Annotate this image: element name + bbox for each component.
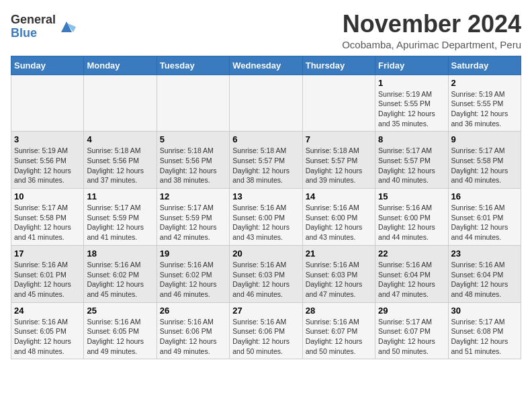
day-number: 24	[14, 306, 81, 316]
calendar-cell	[302, 75, 375, 132]
day-info: Sunrise: 5:19 AM Sunset: 5:55 PM Dayligh…	[378, 89, 445, 129]
day-number: 13	[232, 191, 299, 201]
calendar-cell: 4Sunrise: 5:18 AM Sunset: 5:56 PM Daylig…	[84, 132, 157, 189]
weekday-header-sunday: Sunday	[11, 56, 84, 75]
day-number: 22	[378, 248, 445, 259]
day-info: Sunrise: 5:16 AM Sunset: 6:06 PM Dayligh…	[160, 317, 226, 357]
weekday-header-thursday: Thursday	[302, 56, 375, 75]
calendar-cell: 17Sunrise: 5:16 AM Sunset: 6:01 PM Dayli…	[11, 245, 84, 302]
day-info: Sunrise: 5:19 AM Sunset: 5:56 PM Dayligh…	[14, 146, 81, 185]
day-number: 10	[14, 191, 81, 201]
day-info: Sunrise: 5:17 AM Sunset: 5:59 PM Dayligh…	[87, 203, 153, 242]
calendar-cell: 14Sunrise: 5:16 AM Sunset: 6:00 PM Dayli…	[302, 189, 375, 246]
calendar-cell: 11Sunrise: 5:17 AM Sunset: 5:59 PM Dayli…	[84, 189, 157, 246]
calendar-cell: 3Sunrise: 5:19 AM Sunset: 5:56 PM Daylig…	[11, 132, 84, 189]
calendar-cell	[157, 75, 229, 132]
day-number: 9	[451, 134, 518, 144]
day-number: 29	[378, 306, 445, 316]
weekday-header-saturday: Saturday	[448, 56, 521, 75]
day-info: Sunrise: 5:16 AM Sunset: 6:05 PM Dayligh…	[14, 317, 81, 357]
day-number: 27	[232, 306, 299, 316]
day-info: Sunrise: 5:16 AM Sunset: 6:02 PM Dayligh…	[87, 260, 153, 300]
logo-blue-text: Blue	[11, 27, 56, 40]
calendar-cell	[84, 75, 157, 132]
calendar-cell: 19Sunrise: 5:16 AM Sunset: 6:02 PM Dayli…	[157, 245, 229, 302]
calendar-week-row: 24Sunrise: 5:16 AM Sunset: 6:05 PM Dayli…	[11, 302, 521, 359]
day-info: Sunrise: 5:16 AM Sunset: 6:00 PM Dayligh…	[306, 203, 372, 242]
weekday-header-row: SundayMondayTuesdayWednesdayThursdayFrid…	[11, 56, 521, 75]
weekday-header-monday: Monday	[84, 56, 157, 75]
day-number: 12	[160, 191, 226, 201]
logo-general-text: General	[11, 13, 56, 27]
calendar-cell: 13Sunrise: 5:16 AM Sunset: 6:00 PM Dayli…	[230, 189, 302, 246]
calendar-cell: 29Sunrise: 5:17 AM Sunset: 6:07 PM Dayli…	[375, 302, 448, 359]
day-number: 6	[232, 134, 299, 144]
calendar-cell: 2Sunrise: 5:19 AM Sunset: 5:55 PM Daylig…	[448, 75, 521, 132]
day-number: 26	[160, 306, 226, 316]
day-number: 7	[306, 134, 372, 144]
day-info: Sunrise: 5:16 AM Sunset: 6:01 PM Dayligh…	[451, 203, 518, 242]
day-info: Sunrise: 5:16 AM Sunset: 6:04 PM Dayligh…	[451, 260, 518, 300]
calendar-week-row: 1Sunrise: 5:19 AM Sunset: 5:55 PM Daylig…	[11, 75, 521, 132]
calendar-cell: 25Sunrise: 5:16 AM Sunset: 6:05 PM Dayli…	[84, 302, 157, 359]
weekday-header-wednesday: Wednesday	[230, 56, 302, 75]
day-number: 15	[378, 191, 445, 201]
calendar-cell: 26Sunrise: 5:16 AM Sunset: 6:06 PM Dayli…	[157, 302, 229, 359]
calendar-cell: 28Sunrise: 5:16 AM Sunset: 6:07 PM Dayli…	[302, 302, 375, 359]
calendar-cell: 1Sunrise: 5:19 AM Sunset: 5:55 PM Daylig…	[375, 75, 448, 132]
calendar-cell: 21Sunrise: 5:16 AM Sunset: 6:03 PM Dayli…	[302, 245, 375, 302]
day-number: 14	[306, 191, 372, 201]
calendar-cell: 16Sunrise: 5:16 AM Sunset: 6:01 PM Dayli…	[448, 189, 521, 246]
day-info: Sunrise: 5:18 AM Sunset: 5:57 PM Dayligh…	[306, 146, 372, 185]
day-info: Sunrise: 5:16 AM Sunset: 6:02 PM Dayligh…	[160, 260, 226, 300]
page-header: General Blue November 2024 Ocobamba, Apu…	[11, 11, 521, 50]
day-info: Sunrise: 5:17 AM Sunset: 6:07 PM Dayligh…	[378, 317, 445, 357]
day-number: 25	[87, 306, 153, 316]
day-info: Sunrise: 5:18 AM Sunset: 5:57 PM Dayligh…	[232, 146, 299, 185]
day-info: Sunrise: 5:16 AM Sunset: 6:01 PM Dayligh…	[14, 260, 81, 300]
calendar-week-row: 10Sunrise: 5:17 AM Sunset: 5:58 PM Dayli…	[11, 189, 521, 246]
day-info: Sunrise: 5:16 AM Sunset: 6:04 PM Dayligh…	[378, 260, 445, 300]
day-info: Sunrise: 5:17 AM Sunset: 5:57 PM Dayligh…	[378, 146, 445, 185]
calendar-cell: 30Sunrise: 5:17 AM Sunset: 6:08 PM Dayli…	[448, 302, 521, 359]
day-info: Sunrise: 5:16 AM Sunset: 6:06 PM Dayligh…	[232, 317, 299, 357]
day-info: Sunrise: 5:16 AM Sunset: 6:00 PM Dayligh…	[232, 203, 299, 242]
calendar-cell: 7Sunrise: 5:18 AM Sunset: 5:57 PM Daylig…	[302, 132, 375, 189]
day-info: Sunrise: 5:16 AM Sunset: 6:03 PM Dayligh…	[306, 260, 372, 300]
weekday-header-tuesday: Tuesday	[157, 56, 229, 75]
month-year-title: November 2024	[342, 11, 521, 38]
calendar-week-row: 17Sunrise: 5:16 AM Sunset: 6:01 PM Dayli…	[11, 245, 521, 302]
logo: General Blue	[11, 13, 76, 40]
calendar-table: SundayMondayTuesdayWednesdayThursdayFrid…	[11, 56, 521, 360]
logo-icon	[57, 17, 76, 36]
day-info: Sunrise: 5:16 AM Sunset: 6:07 PM Dayligh…	[306, 317, 372, 357]
calendar-cell: 6Sunrise: 5:18 AM Sunset: 5:57 PM Daylig…	[230, 132, 302, 189]
day-info: Sunrise: 5:17 AM Sunset: 5:58 PM Dayligh…	[14, 203, 81, 242]
day-info: Sunrise: 5:17 AM Sunset: 6:08 PM Dayligh…	[451, 317, 518, 357]
day-number: 21	[306, 248, 372, 259]
calendar-cell: 24Sunrise: 5:16 AM Sunset: 6:05 PM Dayli…	[11, 302, 84, 359]
day-number: 17	[14, 248, 81, 259]
title-section: November 2024 Ocobamba, Apurimac Departm…	[342, 11, 521, 50]
calendar-cell: 20Sunrise: 5:16 AM Sunset: 6:03 PM Dayli…	[230, 245, 302, 302]
calendar-cell	[11, 75, 84, 132]
calendar-cell: 22Sunrise: 5:16 AM Sunset: 6:04 PM Dayli…	[375, 245, 448, 302]
day-number: 28	[306, 306, 372, 316]
calendar-cell: 18Sunrise: 5:16 AM Sunset: 6:02 PM Dayli…	[84, 245, 157, 302]
day-number: 18	[87, 248, 153, 259]
day-number: 19	[160, 248, 226, 259]
day-info: Sunrise: 5:17 AM Sunset: 5:58 PM Dayligh…	[451, 146, 518, 185]
day-info: Sunrise: 5:18 AM Sunset: 5:56 PM Dayligh…	[160, 146, 226, 185]
calendar-cell	[230, 75, 302, 132]
weekday-header-friday: Friday	[375, 56, 448, 75]
day-number: 3	[14, 134, 81, 144]
day-info: Sunrise: 5:19 AM Sunset: 5:55 PM Dayligh…	[451, 89, 518, 129]
day-info: Sunrise: 5:16 AM Sunset: 6:00 PM Dayligh…	[378, 203, 445, 242]
day-info: Sunrise: 5:16 AM Sunset: 6:05 PM Dayligh…	[87, 317, 153, 357]
day-info: Sunrise: 5:16 AM Sunset: 6:03 PM Dayligh…	[232, 260, 299, 300]
calendar-header: SundayMondayTuesdayWednesdayThursdayFrid…	[11, 56, 521, 75]
day-number: 4	[87, 134, 153, 144]
day-number: 16	[451, 191, 518, 201]
calendar-cell: 5Sunrise: 5:18 AM Sunset: 5:56 PM Daylig…	[157, 132, 229, 189]
calendar-cell: 9Sunrise: 5:17 AM Sunset: 5:58 PM Daylig…	[448, 132, 521, 189]
